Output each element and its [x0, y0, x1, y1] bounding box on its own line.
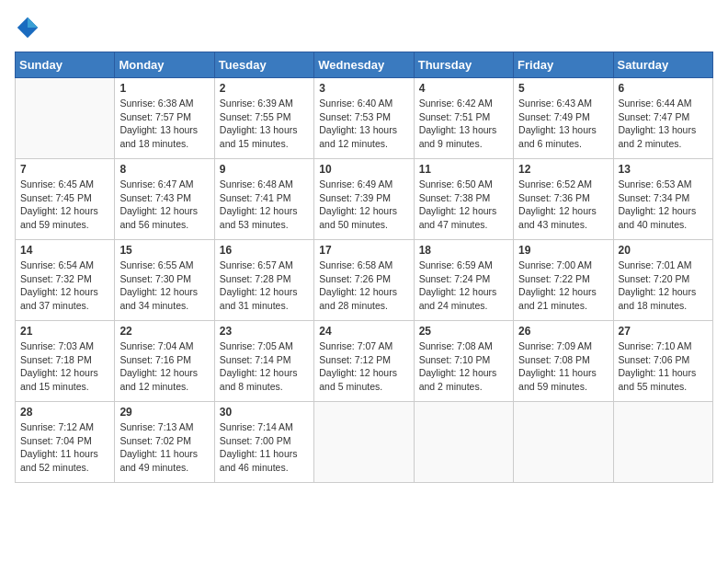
- calendar-cell: 13Sunrise: 6:53 AMSunset: 7:34 PMDayligh…: [613, 159, 712, 240]
- calendar-cell: 15Sunrise: 6:55 AMSunset: 7:30 PMDayligh…: [115, 240, 214, 321]
- day-info: Sunrise: 7:00 AMSunset: 7:22 PMDaylight:…: [518, 259, 608, 313]
- day-info: Sunrise: 6:47 AMSunset: 7:43 PMDaylight:…: [119, 178, 209, 232]
- calendar-cell: 2Sunrise: 6:39 AMSunset: 7:55 PMDaylight…: [214, 78, 313, 159]
- logo-icon: [15, 15, 40, 40]
- day-info: Sunrise: 7:14 AMSunset: 7:00 PMDaylight:…: [220, 420, 309, 475]
- day-info: Sunrise: 7:01 AMSunset: 7:20 PMDaylight:…: [619, 259, 708, 313]
- day-info: Sunrise: 6:58 AMSunset: 7:26 PMDaylight:…: [319, 259, 408, 313]
- calendar-cell: 9Sunrise: 6:48 AMSunset: 7:41 PMDaylight…: [214, 159, 313, 240]
- week-row-4: 28Sunrise: 7:12 AMSunset: 7:04 PMDayligh…: [16, 402, 713, 483]
- day-info: Sunrise: 7:03 AMSunset: 7:18 PMDaylight:…: [20, 339, 109, 394]
- day-info: Sunrise: 6:43 AMSunset: 7:49 PMDaylight:…: [518, 97, 608, 151]
- day-number: 27: [619, 325, 708, 338]
- week-row-3: 21Sunrise: 7:03 AMSunset: 7:18 PMDayligh…: [16, 321, 713, 402]
- day-number: 18: [419, 244, 508, 257]
- weekday-friday: Friday: [514, 52, 613, 78]
- calendar-cell: 5Sunrise: 6:43 AMSunset: 7:49 PMDaylight…: [514, 78, 613, 159]
- page-header: [15, 15, 713, 40]
- day-number: 14: [20, 244, 109, 257]
- day-number: 1: [119, 82, 209, 95]
- calendar-cell: 8Sunrise: 6:47 AMSunset: 7:43 PMDaylight…: [115, 159, 214, 240]
- day-info: Sunrise: 6:44 AMSunset: 7:47 PMDaylight:…: [619, 97, 708, 151]
- calendar-cell: 21Sunrise: 7:03 AMSunset: 7:18 PMDayligh…: [16, 321, 115, 402]
- calendar-cell: 20Sunrise: 7:01 AMSunset: 7:20 PMDayligh…: [613, 240, 712, 321]
- day-info: Sunrise: 7:04 AMSunset: 7:16 PMDaylight:…: [119, 339, 209, 394]
- day-number: 12: [518, 163, 608, 176]
- weekday-wednesday: Wednesday: [314, 52, 414, 78]
- calendar-cell: 4Sunrise: 6:42 AMSunset: 7:51 PMDaylight…: [414, 78, 513, 159]
- calendar-cell: 23Sunrise: 7:05 AMSunset: 7:14 PMDayligh…: [214, 321, 313, 402]
- calendar-cell: 24Sunrise: 7:07 AMSunset: 7:12 PMDayligh…: [314, 321, 414, 402]
- calendar-cell: [314, 402, 414, 483]
- calendar-cell: [16, 78, 115, 159]
- calendar-cell: 17Sunrise: 6:58 AMSunset: 7:26 PMDayligh…: [314, 240, 414, 321]
- day-info: Sunrise: 6:50 AMSunset: 7:38 PMDaylight:…: [419, 178, 508, 232]
- day-number: 25: [419, 325, 508, 338]
- day-number: 6: [619, 82, 708, 95]
- day-number: 9: [220, 163, 309, 176]
- calendar-cell: 29Sunrise: 7:13 AMSunset: 7:02 PMDayligh…: [115, 402, 214, 483]
- calendar-cell: 7Sunrise: 6:45 AMSunset: 7:45 PMDaylight…: [16, 159, 115, 240]
- day-number: 16: [220, 244, 309, 257]
- calendar-cell: 6Sunrise: 6:44 AMSunset: 7:47 PMDaylight…: [613, 78, 712, 159]
- calendar-cell: 3Sunrise: 6:40 AMSunset: 7:53 PMDaylight…: [314, 78, 414, 159]
- day-info: Sunrise: 7:12 AMSunset: 7:04 PMDaylight:…: [20, 420, 109, 475]
- day-info: Sunrise: 7:07 AMSunset: 7:12 PMDaylight:…: [319, 339, 408, 394]
- day-info: Sunrise: 7:09 AMSunset: 7:08 PMDaylight:…: [518, 339, 608, 394]
- day-info: Sunrise: 6:57 AMSunset: 7:28 PMDaylight:…: [220, 259, 309, 313]
- day-info: Sunrise: 6:54 AMSunset: 7:32 PMDaylight:…: [20, 259, 109, 313]
- day-info: Sunrise: 6:40 AMSunset: 7:53 PMDaylight:…: [319, 97, 408, 151]
- weekday-sunday: Sunday: [16, 52, 115, 78]
- day-number: 17: [319, 244, 408, 257]
- calendar-cell: 27Sunrise: 7:10 AMSunset: 7:06 PMDayligh…: [613, 321, 712, 402]
- day-info: Sunrise: 6:59 AMSunset: 7:24 PMDaylight:…: [419, 259, 508, 313]
- day-number: 24: [319, 325, 408, 338]
- day-info: Sunrise: 7:13 AMSunset: 7:02 PMDaylight:…: [119, 420, 209, 475]
- calendar-cell: [414, 402, 513, 483]
- day-number: 3: [319, 82, 408, 95]
- calendar-cell: 22Sunrise: 7:04 AMSunset: 7:16 PMDayligh…: [115, 321, 214, 402]
- day-info: Sunrise: 6:42 AMSunset: 7:51 PMDaylight:…: [419, 97, 508, 151]
- calendar-cell: 14Sunrise: 6:54 AMSunset: 7:32 PMDayligh…: [16, 240, 115, 321]
- calendar-cell: 11Sunrise: 6:50 AMSunset: 7:38 PMDayligh…: [414, 159, 513, 240]
- calendar-cell: 12Sunrise: 6:52 AMSunset: 7:36 PMDayligh…: [514, 159, 613, 240]
- day-number: 11: [419, 163, 508, 176]
- weekday-header-row: SundayMondayTuesdayWednesdayThursdayFrid…: [16, 52, 713, 78]
- calendar-cell: 18Sunrise: 6:59 AMSunset: 7:24 PMDayligh…: [414, 240, 513, 321]
- calendar-cell: 1Sunrise: 6:38 AMSunset: 7:57 PMDaylight…: [115, 78, 214, 159]
- weekday-monday: Monday: [115, 52, 214, 78]
- day-number: 2: [220, 82, 309, 95]
- calendar-cell: [613, 402, 712, 483]
- day-info: Sunrise: 6:48 AMSunset: 7:41 PMDaylight:…: [220, 178, 309, 232]
- weekday-saturday: Saturday: [613, 52, 712, 78]
- calendar-cell: 26Sunrise: 7:09 AMSunset: 7:08 PMDayligh…: [514, 321, 613, 402]
- day-number: 23: [220, 325, 309, 338]
- day-number: 13: [619, 163, 708, 176]
- calendar-cell: [514, 402, 613, 483]
- calendar-cell: 19Sunrise: 7:00 AMSunset: 7:22 PMDayligh…: [514, 240, 613, 321]
- day-number: 30: [220, 406, 309, 419]
- day-number: 26: [518, 325, 608, 338]
- calendar-table: SundayMondayTuesdayWednesdayThursdayFrid…: [15, 52, 713, 483]
- day-number: 19: [518, 244, 608, 257]
- calendar-cell: 28Sunrise: 7:12 AMSunset: 7:04 PMDayligh…: [16, 402, 115, 483]
- day-number: 8: [119, 163, 209, 176]
- day-number: 15: [119, 244, 209, 257]
- day-number: 10: [319, 163, 408, 176]
- day-info: Sunrise: 7:08 AMSunset: 7:10 PMDaylight:…: [419, 339, 508, 394]
- day-number: 21: [20, 325, 109, 338]
- calendar-cell: 25Sunrise: 7:08 AMSunset: 7:10 PMDayligh…: [414, 321, 513, 402]
- day-info: Sunrise: 6:38 AMSunset: 7:57 PMDaylight:…: [119, 97, 209, 151]
- day-info: Sunrise: 6:55 AMSunset: 7:30 PMDaylight:…: [119, 259, 209, 313]
- day-number: 29: [119, 406, 209, 419]
- weekday-tuesday: Tuesday: [214, 52, 313, 78]
- day-info: Sunrise: 6:49 AMSunset: 7:39 PMDaylight:…: [319, 178, 408, 232]
- calendar-cell: 16Sunrise: 6:57 AMSunset: 7:28 PMDayligh…: [214, 240, 313, 321]
- day-number: 28: [20, 406, 109, 419]
- svg-marker-1: [28, 17, 38, 28]
- day-number: 4: [419, 82, 508, 95]
- day-info: Sunrise: 6:45 AMSunset: 7:45 PMDaylight:…: [20, 178, 109, 232]
- day-number: 5: [518, 82, 608, 95]
- day-number: 7: [20, 163, 109, 176]
- calendar-cell: 30Sunrise: 7:14 AMSunset: 7:00 PMDayligh…: [214, 402, 313, 483]
